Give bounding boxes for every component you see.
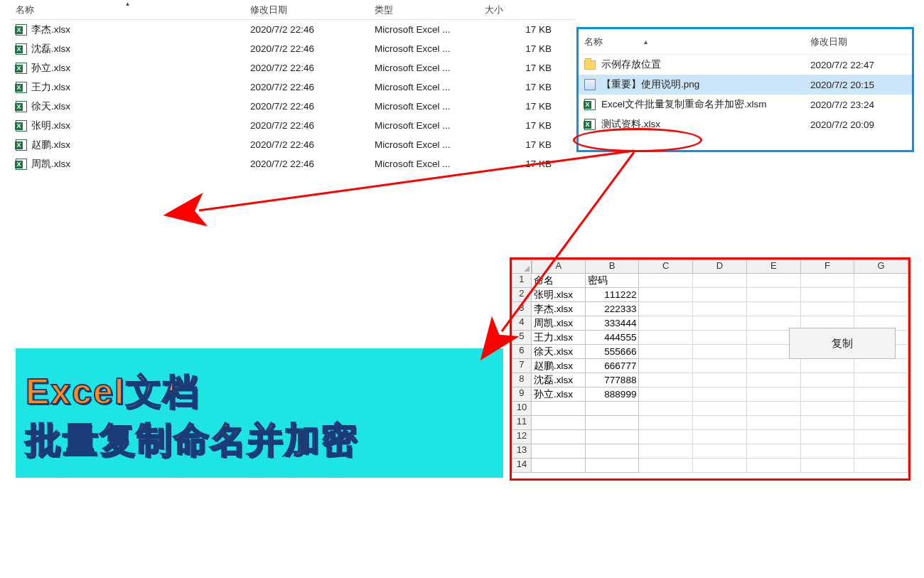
cell[interactable]	[639, 274, 693, 288]
row-header[interactable]: 13	[512, 444, 532, 459]
row-header[interactable]: 4	[512, 316, 532, 331]
row-header[interactable]: 11	[512, 416, 532, 430]
cell[interactable]: 777888	[586, 373, 640, 387]
cell[interactable]	[639, 416, 693, 430]
cell[interactable]: 111222	[586, 288, 640, 302]
file-row[interactable]: 张明.xlsx 2020/7/2 22:46 Microsoft Excel .…	[10, 116, 576, 135]
column-header[interactable]: A	[532, 259, 586, 274]
row-header[interactable]: 8	[512, 373, 532, 387]
column-header[interactable]: B	[586, 259, 640, 274]
cell[interactable]	[854, 302, 908, 316]
cell[interactable]: 徐天.xlsx	[532, 345, 586, 359]
cell[interactable]	[586, 444, 640, 459]
cell[interactable]: 666777	[586, 359, 640, 373]
file-row[interactable]: 赵鹏.xlsx 2020/7/2 22:46 Microsoft Excel .…	[10, 135, 576, 154]
cell[interactable]	[747, 274, 801, 288]
cell[interactable]: 333444	[586, 316, 640, 331]
row-header[interactable]: 12	[512, 430, 532, 444]
cell[interactable]	[532, 402, 586, 416]
row-header[interactable]: 1	[512, 274, 532, 288]
column-name[interactable]: 名称 ▴	[10, 1, 245, 19]
cell[interactable]	[586, 459, 640, 473]
cell[interactable]: 555666	[586, 345, 640, 359]
cell[interactable]	[801, 359, 855, 373]
cell[interactable]	[747, 288, 801, 302]
cell[interactable]	[801, 459, 855, 473]
cell[interactable]	[747, 444, 801, 459]
column-header[interactable]: G	[854, 259, 908, 274]
column-header[interactable]: D	[693, 259, 747, 274]
cell[interactable]	[639, 302, 693, 316]
cell[interactable]	[801, 387, 855, 402]
cell[interactable]	[693, 345, 747, 359]
cell[interactable]	[801, 274, 855, 288]
cell[interactable]	[854, 416, 908, 430]
file-row[interactable]: 李杰.xlsx 2020/7/2 22:46 Microsoft Excel .…	[10, 20, 576, 39]
row-header[interactable]: 9	[512, 387, 532, 402]
cell[interactable]	[801, 402, 855, 416]
cell[interactable]: 王力.xlsx	[532, 331, 586, 345]
cell[interactable]	[747, 402, 801, 416]
cell[interactable]	[639, 359, 693, 373]
cell[interactable]	[854, 387, 908, 402]
cell[interactable]	[639, 288, 693, 302]
cell[interactable]	[801, 416, 855, 430]
cell[interactable]	[693, 288, 747, 302]
cell[interactable]	[693, 302, 747, 316]
cell[interactable]	[854, 430, 908, 444]
cell[interactable]	[801, 430, 855, 444]
file-row[interactable]: 沈磊.xlsx 2020/7/2 22:46 Microsoft Excel .…	[10, 39, 576, 58]
row-header[interactable]: 3	[512, 302, 532, 316]
column-size[interactable]: 大小	[479, 1, 557, 19]
file-row[interactable]: Excel文件批量复制重命名并加密.xlsm 2020/7/2 23:24	[579, 95, 912, 114]
cell[interactable]	[639, 402, 693, 416]
cell[interactable]	[532, 459, 586, 473]
column-date[interactable]: 修改日期	[245, 1, 369, 19]
cell[interactable]	[747, 387, 801, 402]
cell[interactable]: 命名	[532, 274, 586, 288]
cell[interactable]	[801, 288, 855, 302]
file-row[interactable]: 示例存放位置 2020/7/2 22:47	[579, 55, 912, 75]
cell[interactable]: 沈磊.xlsx	[532, 373, 586, 387]
file-row[interactable]: 孙立.xlsx 2020/7/2 22:46 Microsoft Excel .…	[10, 58, 576, 77]
cell[interactable]	[639, 444, 693, 459]
cell[interactable]	[586, 416, 640, 430]
row-header[interactable]: 10	[512, 402, 532, 416]
cell[interactable]	[747, 373, 801, 387]
cell[interactable]	[693, 459, 747, 473]
cell[interactable]	[586, 430, 640, 444]
cell[interactable]: 张明.xlsx	[532, 288, 586, 302]
cell[interactable]	[801, 444, 855, 459]
row-header[interactable]: 2	[512, 288, 532, 302]
file-row[interactable]: 王力.xlsx 2020/7/2 22:46 Microsoft Excel .…	[10, 77, 576, 97]
cell[interactable]	[532, 430, 586, 444]
cell[interactable]	[693, 402, 747, 416]
column-type[interactable]: 类型	[369, 1, 479, 19]
cell[interactable]	[532, 444, 586, 459]
cell[interactable]	[639, 316, 693, 331]
file-row[interactable]: 徐天.xlsx 2020/7/2 22:46 Microsoft Excel .…	[10, 97, 576, 116]
cell[interactable]	[854, 359, 908, 373]
cell[interactable]	[532, 416, 586, 430]
cell[interactable]	[639, 387, 693, 402]
cell[interactable]	[854, 274, 908, 288]
cell[interactable]	[639, 459, 693, 473]
cell[interactable]	[747, 359, 801, 373]
cell[interactable]	[854, 459, 908, 473]
cell[interactable]	[586, 402, 640, 416]
cell[interactable]	[693, 430, 747, 444]
cell[interactable]	[747, 416, 801, 430]
cell[interactable]	[639, 430, 693, 444]
cell[interactable]	[854, 444, 908, 459]
column-date[interactable]: 修改日期	[810, 36, 910, 48]
cell[interactable]	[693, 316, 747, 331]
select-all-corner[interactable]	[512, 259, 532, 274]
column-name[interactable]: 名称 ▴	[584, 36, 810, 48]
cell[interactable]	[801, 302, 855, 316]
row-header[interactable]: 14	[512, 459, 532, 473]
cell[interactable]	[639, 373, 693, 387]
cell[interactable]	[693, 444, 747, 459]
cell[interactable]	[693, 359, 747, 373]
file-row[interactable]: 【重要】使用说明.png 2020/7/2 20:15	[579, 75, 912, 95]
cell[interactable]: 孙立.xlsx	[532, 387, 586, 402]
